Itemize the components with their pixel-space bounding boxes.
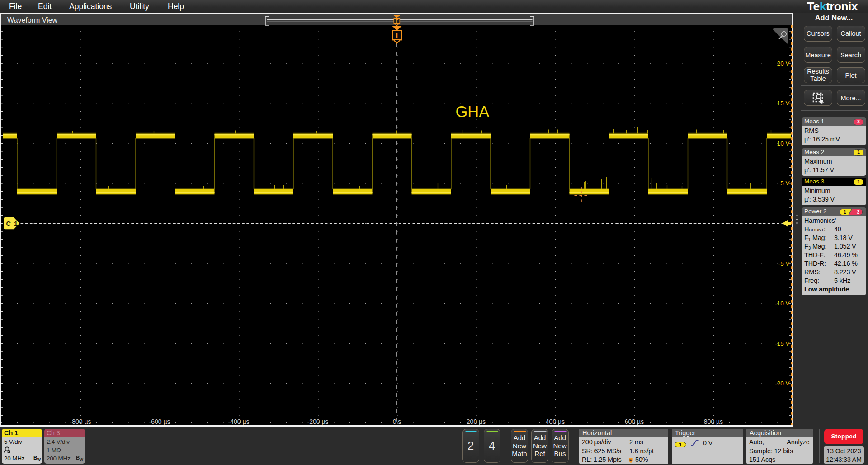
svg-text:200 µs: 200 µs bbox=[466, 418, 485, 425]
svg-text:10 V: 10 V bbox=[777, 140, 789, 147]
svg-text:0 s: 0 s bbox=[392, 418, 401, 425]
svg-text:-400 µs: -400 µs bbox=[228, 418, 249, 425]
svg-text:-5 V: -5 V bbox=[778, 260, 789, 267]
svg-text:400 µs: 400 µs bbox=[545, 418, 564, 425]
svg-text:-15 V: -15 V bbox=[775, 340, 789, 347]
svg-text:C 1: C 1 bbox=[6, 220, 17, 227]
svg-text:600 µs: 600 µs bbox=[624, 418, 643, 425]
svg-text:-800 µs: -800 µs bbox=[70, 418, 91, 425]
svg-text:-20 V: -20 V bbox=[775, 380, 789, 387]
svg-text:T: T bbox=[395, 32, 399, 39]
svg-text:-10 V: -10 V bbox=[775, 300, 789, 307]
svg-text:15 V: 15 V bbox=[777, 100, 789, 107]
svg-text:T: T bbox=[395, 19, 398, 24]
svg-text:GHA: GHA bbox=[455, 103, 489, 120]
svg-text:5 V: 5 V bbox=[780, 180, 789, 187]
svg-text:-600 µs: -600 µs bbox=[149, 418, 170, 425]
svg-text:800 µs: 800 µs bbox=[703, 418, 722, 425]
svg-text:-200 µs: -200 µs bbox=[307, 418, 328, 425]
svg-text:20 V: 20 V bbox=[777, 60, 789, 67]
